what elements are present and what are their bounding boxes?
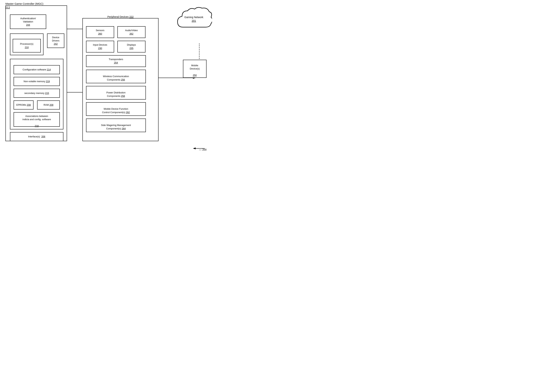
nonvolatile-memory-box: Non-volatile memory 219: [14, 77, 60, 86]
audiovideo-box: Audio/Video 262: [117, 26, 145, 38]
transponders-box: Transponders 254: [86, 55, 146, 67]
processor-box: Processor(s) 210: [13, 39, 41, 52]
svg-text:201: 201: [192, 19, 196, 22]
secondary-memory-box: secondary memory 215: [14, 89, 60, 98]
power-distribution-box: Power Distribution Components 258: [86, 86, 146, 99]
gaming-network-cloud: Gaming Network 201: [176, 5, 212, 35]
eproms-box: EPROMs 208: [14, 100, 34, 110]
config-software-box: Configuration software 214: [14, 65, 60, 74]
mobile-devices-box: Mobile Device(s) 250: [183, 60, 207, 78]
displays-box: Displays 235: [117, 41, 145, 52]
peripheral-title: Peripheral Devices 222: [82, 15, 159, 18]
ram-box: RAM 209: [37, 100, 60, 110]
mobile-device-function-box: Mobile Device Function Control Component…: [86, 102, 146, 116]
cloud-svg: Gaming Network 201: [176, 5, 212, 34]
side-wagering-box: Side Wagering Management Component(s) 26…: [86, 119, 146, 132]
ref-200-label: — 200: [199, 148, 207, 151]
sensors-box: Sensors 260: [86, 26, 114, 38]
svg-text:Gaming Network: Gaming Network: [184, 16, 203, 19]
interface-box: Interface(s) 206: [10, 132, 63, 141]
wireless-box: Wireless Communication Components 256: [86, 70, 146, 83]
auth-box: Authentication/ Validation 244: [10, 14, 46, 29]
svg-marker-10: [193, 147, 196, 149]
input-devices-box: Input Devices 230: [86, 41, 114, 52]
mgc-title: Master Game Controller (MGC) 212: [5, 2, 43, 9]
diagram: Master Game Controller (MGC) 212 Authent…: [0, 0, 217, 156]
associations-box: Associations between indicia and config.…: [14, 112, 60, 127]
device-drivers-box: Device Drivers 242: [47, 34, 64, 48]
